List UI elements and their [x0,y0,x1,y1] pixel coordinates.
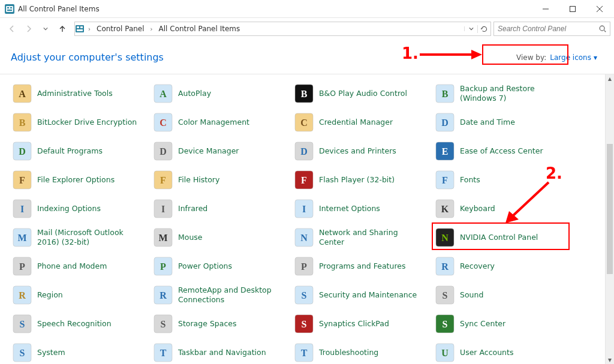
svg-rect-3 [7,10,12,11]
search-icon[interactable] [595,22,610,35]
security-icon: S [294,285,314,305]
cpl-item-label: B&O Play Audio Control [319,89,407,98]
cpl-item-ease-access[interactable]: EEase of Access Center [431,137,572,166]
titlebar: All Control Panel Items [0,0,614,18]
scrollbar-thumb[interactable] [607,144,613,274]
cpl-item-sound[interactable]: SSound [431,281,572,309]
cpl-item-file-history[interactable]: FFile History [149,166,290,194]
svg-marker-11 [471,50,482,59]
svg-text:N: N [300,233,308,243]
cpl-item-mouse[interactable]: MMouse [149,223,290,252]
cpl-item-file-explorer-opts[interactable]: FFile Explorer Options [8,166,149,194]
cpl-item-label: File History [178,175,219,185]
navbar: › Control Panel › All Control Panel Item… [0,18,614,40]
cpl-item-system[interactable]: SSystem [8,338,149,364]
cpl-item-programs-features[interactable]: PPrograms and Features [290,252,431,281]
scroll-down-button[interactable]: ▾ [606,356,614,364]
cpl-item-user-accounts[interactable]: UUser Accounts [431,338,572,364]
up-button[interactable] [54,20,71,37]
cpl-item-troubleshoot[interactable]: TTroubleshooting [290,338,431,364]
annotation-number-1: 1. [402,44,419,62]
address-bar[interactable]: › Control Panel › All Control Panel Item… [74,22,491,36]
cpl-item-label: Sound [460,290,483,300]
cpl-item-color-mgmt[interactable]: CColor Management [149,108,290,137]
cpl-item-label: Keyboard [460,204,495,213]
breadcrumb-segment-0[interactable]: Control Panel [92,22,148,35]
cpl-item-backup[interactable]: BBackup and Restore (Windows 7) [431,79,572,108]
refresh-button[interactable] [477,25,490,33]
svg-text:N: N [441,233,449,243]
svg-text:D: D [159,146,167,157]
breadcrumb-segment-1[interactable]: All Control Panel Items [154,22,244,35]
svg-rect-5 [76,25,84,32]
cpl-item-credential[interactable]: CCredential Manager [290,108,431,137]
search-input[interactable] [494,25,595,33]
forward-button[interactable] [20,20,37,37]
cpl-item-label: Region [37,290,63,300]
svg-text:R: R [19,290,26,300]
cpl-item-remoteapp[interactable]: RRemoteApp and Desktop Connections [149,281,290,309]
search-box[interactable] [493,22,610,36]
cpl-item-devices-printers[interactable]: DDevices and Printers [290,137,431,166]
svg-text:R: R [159,290,167,300]
cpl-item-autoplay[interactable]: AAutoPlay [149,79,290,108]
cpl-item-power-options[interactable]: PPower Options [149,252,290,281]
minimize-button[interactable] [532,0,559,17]
cpl-item-default-programs[interactable]: DDefault Programs [8,137,149,166]
scroll-up-button[interactable]: ▴ [606,74,614,83]
cpl-item-network[interactable]: NNetwork and Sharing Center [290,223,431,252]
cpl-item-phone-modem[interactable]: PPhone and Modem [8,252,149,281]
svg-text:K: K [441,204,449,214]
svg-text:M: M [17,233,26,243]
maximize-button[interactable] [559,0,586,17]
back-button[interactable] [4,20,20,37]
cpl-item-admin-tools[interactable]: AAdministrative Tools [8,79,149,108]
cpl-item-label: Mail (Microsoft Outlook 2016) (32-bit) [37,228,139,246]
cpl-item-label: NVIDIA Control Panel [460,233,538,242]
cpl-item-label: Mouse [178,233,203,242]
cpl-item-sync-center[interactable]: SSync Center [431,309,572,338]
cpl-item-date-time[interactable]: DDate and Time [431,108,572,137]
cpl-item-bo-play[interactable]: BB&O Play Audio Control [290,79,431,108]
cpl-item-device-manager[interactable]: DDevice Manager [149,137,290,166]
cpl-item-mail[interactable]: MMail (Microsoft Outlook 2016) (32-bit) [8,223,149,252]
cpl-item-nvidia[interactable]: NNVIDIA Control Panel [431,223,572,252]
cpl-item-indexing[interactable]: IIndexing Options [8,194,149,223]
cpl-item-infrared[interactable]: IInfrared [149,194,290,223]
device-manager-icon: D [153,141,173,161]
cpl-item-label: Color Management [178,118,249,127]
cpl-item-fonts[interactable]: FFonts [431,166,572,194]
cpl-item-internet-options[interactable]: IInternet Options [290,194,431,223]
address-dropdown-button[interactable] [464,26,477,31]
svg-rect-2 [10,7,12,8]
cpl-item-label: Credential Manager [319,118,393,127]
svg-text:T: T [160,348,167,358]
cpl-item-keyboard[interactable]: KKeyboard [431,194,572,223]
close-button[interactable] [586,0,613,17]
svg-text:F: F [19,175,25,185]
address-bar-icon [75,24,85,34]
cpl-item-label: Administrative Tools [37,89,113,98]
cpl-item-flash-player[interactable]: FFlash Player (32-bit) [290,166,431,194]
scrollbar[interactable]: ▴ ▾ [605,74,614,364]
cpl-item-label: Infrared [178,204,207,213]
cpl-item-taskbar[interactable]: TTaskbar and Navigation [149,338,290,364]
cpl-item-recovery[interactable]: RRecovery [431,252,572,281]
speech-icon: S [12,314,32,334]
cpl-item-region[interactable]: RRegion [8,281,149,309]
cpl-item-storage-spaces[interactable]: SStorage Spaces [149,309,290,338]
region-icon: R [12,285,32,305]
view-by-control[interactable]: View by: Large icons ▾ [509,51,604,64]
bo-play-icon: B [294,83,314,104]
system-icon: S [12,342,32,363]
internet-options-icon: I [294,198,314,219]
control-panel-window: All Control Panel Items › Control Panel … [0,0,614,364]
cpl-item-speech[interactable]: SSpeech Recognition [8,309,149,338]
cpl-item-bitlocker[interactable]: BBitLocker Drive Encryption [8,108,149,137]
cpl-item-security[interactable]: SSecurity and Maintenance [290,281,431,309]
cpl-item-label: Storage Spaces [178,319,237,329]
cpl-item-label: AutoPlay [178,89,211,98]
cpl-item-label: Flash Player (32-bit) [319,175,395,185]
cpl-item-synaptics[interactable]: SSynaptics ClickPad [290,309,431,338]
recent-locations-button[interactable] [37,20,54,37]
